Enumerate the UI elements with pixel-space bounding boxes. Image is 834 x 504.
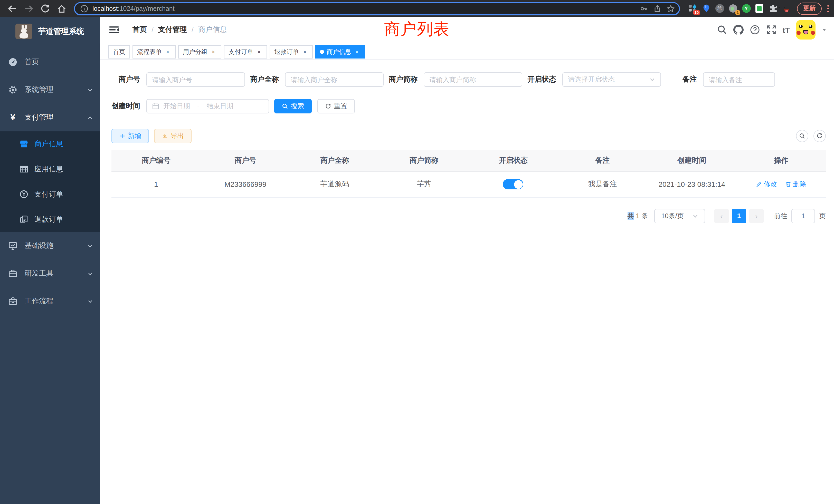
col-remark: 备注 xyxy=(558,151,647,171)
col-merchant-no: 商户号 xyxy=(201,151,290,171)
main-content: 商户号 商户全称 商户简称 开启状态 请选择开启状态 xyxy=(100,60,834,504)
sidebar-item-dev-tools[interactable]: 研发工具 xyxy=(0,260,100,288)
forward-icon[interactable] xyxy=(24,3,34,14)
add-button-label: 新增 xyxy=(128,131,141,141)
site-info-icon[interactable] xyxy=(80,4,88,13)
status-select[interactable]: 请选择开启状态 xyxy=(562,72,661,87)
yen-icon: ¥ xyxy=(8,113,18,122)
font-size-icon[interactable]: tT xyxy=(783,25,790,34)
short-name-input[interactable] xyxy=(429,76,517,84)
sidebar-item-label: 支付管理 xyxy=(25,113,53,122)
search-icon[interactable] xyxy=(717,25,727,35)
breadcrumb-current: 商户信息 xyxy=(198,25,227,35)
share-icon[interactable] xyxy=(653,4,661,13)
cell-merchant-id: 1 xyxy=(111,171,201,197)
close-icon[interactable]: × xyxy=(354,48,360,55)
reset-button[interactable]: 重置 xyxy=(317,99,355,113)
tab-label: 支付订单 xyxy=(228,47,253,56)
next-page-button[interactable]: › xyxy=(749,209,764,223)
sidebar-item-pay-order[interactable]: 支付订单 xyxy=(0,182,100,207)
user-avatar[interactable] xyxy=(796,20,815,40)
refresh-table-button[interactable] xyxy=(813,130,826,142)
extensions-puzzle-icon[interactable] xyxy=(769,4,777,13)
extension-balloon-icon[interactable] xyxy=(702,4,710,13)
tab-user-group[interactable]: 用户分组× xyxy=(178,45,221,59)
fullscreen-icon[interactable] xyxy=(766,25,776,35)
merchant-no-input[interactable] xyxy=(152,76,239,84)
url-bar[interactable]: localhost:1024/pay/merchant xyxy=(74,2,680,15)
extension-y-icon[interactable]: Y xyxy=(742,4,750,13)
caret-down-icon[interactable] xyxy=(822,27,827,32)
bookmark-star-icon[interactable] xyxy=(666,4,675,13)
tab-merchant-info[interactable]: 商户信息× xyxy=(315,45,365,59)
status-toggle[interactable] xyxy=(503,179,524,189)
page-1-button[interactable]: 1 xyxy=(732,209,746,223)
sidebar-item-merchant-info[interactable]: 商户信息 xyxy=(0,131,100,157)
extension-devtools-icon[interactable]: 10 xyxy=(688,4,697,13)
back-icon[interactable] xyxy=(7,3,18,14)
tab-pay-order[interactable]: 支付订单× xyxy=(224,45,267,59)
tab-process-form[interactable]: 流程表单× xyxy=(132,45,176,59)
add-button[interactable]: 新增 xyxy=(111,129,149,143)
browser-update-button[interactable]: 更新 xyxy=(797,2,822,15)
full-name-input[interactable] xyxy=(291,76,378,84)
extension-notes-icon[interactable] xyxy=(755,4,764,13)
extension-status-icon[interactable]: 1 xyxy=(728,4,737,13)
filter-merchant-no: 商户号 xyxy=(111,72,245,87)
breadcrumb-payment[interactable]: 支付管理 xyxy=(158,25,187,35)
date-separator: - xyxy=(197,102,199,110)
help-icon[interactable] xyxy=(750,25,760,35)
sidebar-item-infrastructure[interactable]: 基础设施 xyxy=(0,232,100,260)
filter-label: 开启状态 xyxy=(527,75,562,84)
browser-profile-avatar[interactable] xyxy=(782,4,791,13)
sidebar-item-app-info[interactable]: 应用信息 xyxy=(0,157,100,182)
home-icon[interactable] xyxy=(57,3,67,14)
delete-link[interactable]: 删除 xyxy=(785,180,806,189)
cell-remark: 我是备注 xyxy=(558,171,647,197)
password-key-icon[interactable] xyxy=(640,4,648,13)
goto-page-input[interactable] xyxy=(791,209,815,223)
breadcrumb-home[interactable]: 首页 xyxy=(132,25,147,35)
table-row: 1 M233666999 芋道源码 芋艿 我是备注 2021-10-23 08:… xyxy=(111,171,826,197)
tab-home[interactable]: 首页 xyxy=(108,45,130,59)
close-icon[interactable]: × xyxy=(210,48,217,55)
url-text[interactable]: localhost:1024/pay/merchant xyxy=(92,5,635,12)
payment-submenu: 商户信息 应用信息 支付订单 xyxy=(0,131,100,232)
pagination-total: 共 1 条 xyxy=(627,211,648,221)
sidebar-item-system[interactable]: 系统管理 xyxy=(0,76,100,104)
sidebar-item-payment[interactable]: ¥ 支付管理 xyxy=(0,104,100,131)
app-logo[interactable]: 芋道管理系统 xyxy=(0,17,100,45)
filter-label: 创建时间 xyxy=(111,101,146,111)
export-button-label: 导出 xyxy=(171,131,184,141)
app-title: 芋道管理系统 xyxy=(38,26,84,36)
filter-row-1: 商户号 商户全称 商户简称 开启状态 请选择开启状态 xyxy=(111,72,826,87)
close-icon[interactable]: × xyxy=(164,48,171,55)
sidebar-item-home[interactable]: 首页 xyxy=(0,48,100,76)
delete-label: 删除 xyxy=(793,180,806,189)
sidebar-item-refund-order[interactable]: 退款订单 xyxy=(0,207,100,232)
remark-input[interactable] xyxy=(709,76,769,84)
sidebar-item-label: 系统管理 xyxy=(25,85,53,94)
col-full-name: 商户全称 xyxy=(290,151,379,171)
page-size-select[interactable]: 10条/页 xyxy=(654,209,705,223)
browser-menu-icon[interactable] xyxy=(827,5,829,12)
sidebar-item-workflow[interactable]: 工作流程 xyxy=(0,288,100,315)
reload-icon[interactable] xyxy=(40,3,50,14)
sidebar-item-label: 退款订单 xyxy=(35,215,63,224)
toggle-search-button[interactable] xyxy=(796,130,808,142)
export-button[interactable]: 导出 xyxy=(154,129,192,143)
close-icon[interactable]: × xyxy=(256,48,262,55)
search-button[interactable]: 搜索 xyxy=(274,99,312,113)
date-range-picker[interactable]: 开始日期 - 结束日期 xyxy=(146,99,269,113)
breadcrumb-separator: / xyxy=(152,26,154,34)
col-short-name: 商户简称 xyxy=(379,151,468,171)
github-icon[interactable] xyxy=(733,25,744,35)
tab-refund-order[interactable]: 退款订单× xyxy=(270,45,313,59)
close-icon[interactable]: × xyxy=(302,48,308,55)
trash-icon xyxy=(785,181,791,187)
extension-command-icon[interactable]: ⌘ xyxy=(715,4,724,13)
prev-page-button[interactable]: ‹ xyxy=(714,209,729,223)
refresh-icon xyxy=(325,103,331,109)
edit-link[interactable]: 修改 xyxy=(756,180,777,189)
sidebar-toggle-icon[interactable] xyxy=(109,25,119,35)
